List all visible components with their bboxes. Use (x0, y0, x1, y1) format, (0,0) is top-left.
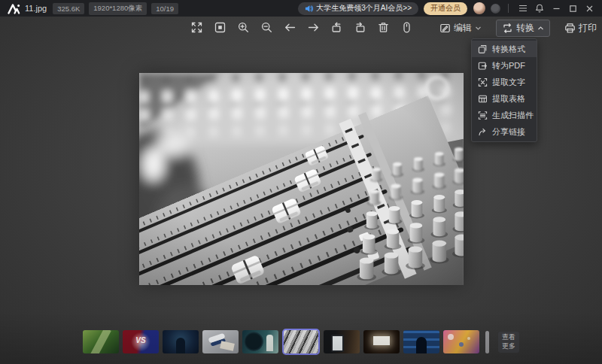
next-image-button[interactable] (306, 20, 321, 35)
rotate-right-button[interactable] (353, 20, 367, 35)
notifications-button[interactable] (531, 0, 548, 17)
view-more-line1: 查看 (502, 333, 515, 341)
titlebar-divider (508, 4, 509, 13)
close-button[interactable] (581, 0, 597, 17)
thumbnail-airplane-tickets[interactable] (202, 330, 239, 353)
bell-icon (535, 4, 544, 13)
convert-icon (502, 23, 513, 34)
delete-button[interactable] (376, 20, 391, 35)
chevron-down-icon (475, 25, 482, 32)
index-badge: 10/19 (151, 3, 178, 14)
dimensions-badge: 1920*1280像素 (89, 2, 147, 15)
upgrade-member-button[interactable]: 开通会员 (424, 2, 467, 15)
view-more-button[interactable]: 查看 更多 (498, 332, 519, 353)
view-more-line2: 更多 (502, 342, 515, 350)
print-label: 打印 (579, 22, 597, 35)
thumbnail-camera-lens-scene[interactable] (242, 330, 278, 353)
menu-item-to-pdf[interactable]: 转为PDF (472, 57, 537, 74)
maximize-button[interactable] (564, 0, 581, 17)
hamburger-icon (518, 5, 528, 12)
menu-item-label: 提取文字 (492, 77, 525, 88)
member-badge-icon[interactable] (491, 4, 500, 14)
main-image[interactable] (139, 73, 464, 285)
generate-scan-icon (478, 111, 488, 120)
menu-item-convert-format[interactable]: 转换格式 (472, 41, 537, 57)
thumbnail-e-reader-desk[interactable] (324, 330, 360, 353)
thumbnail-vs-graphic[interactable]: VS (123, 330, 159, 353)
vs-overlay-text: VS (123, 336, 159, 344)
print-button[interactable]: 打印 (561, 20, 600, 37)
menu-item-label: 转换格式 (492, 44, 525, 55)
image-viewer-window: 11.jpg 325.6K 1920*1280像素 10/19 大学生免费领3个… (0, 0, 602, 364)
menu-item-label: 提取表格 (492, 93, 525, 105)
convert-button[interactable]: 转换 (496, 20, 550, 37)
convert-dropdown-menu: 转换格式 转为PDF 提取文字 提取表格 生成扫描件 (471, 38, 537, 142)
menu-item-share-link[interactable]: 分享链接 (472, 123, 537, 140)
promo-banner[interactable]: 大学生免费领3个月AI会员>> (298, 2, 418, 15)
fit-screen-button[interactable] (213, 20, 227, 35)
viewer-canvas: 编辑 转换 打印 工具箱 (0, 17, 602, 364)
promo-text: 大学生免费领3个月AI会员>> (316, 3, 412, 14)
minimize-button[interactable] (548, 0, 564, 17)
menu-item-label: 生成扫描件 (492, 110, 534, 121)
thumbnail-colorful-abstract[interactable] (443, 330, 479, 353)
thumbnail-cyber-portrait[interactable] (163, 330, 199, 353)
menu-item-label: 转为PDF (492, 60, 525, 71)
previous-image-button[interactable] (283, 20, 297, 35)
menu-item-extract-table[interactable]: 提取表格 (472, 90, 537, 107)
close-icon (585, 5, 594, 13)
edit-label: 编辑 (454, 22, 472, 35)
rotate-left-button[interactable] (330, 20, 344, 35)
menu-item-extract-text[interactable]: 提取文字 (472, 74, 537, 90)
filename-label: 11.jpg (25, 4, 47, 13)
menu-item-label: 分享链接 (492, 126, 525, 138)
extract-table-icon (478, 94, 488, 104)
action-toolbar: 编辑 转换 打印 工具箱 (436, 20, 602, 36)
to-pdf-icon (478, 61, 488, 71)
convert-label: 转换 (516, 22, 534, 35)
app-logo-icon (8, 3, 20, 14)
thumbnail-overflow-bar[interactable] (485, 331, 489, 353)
fullscreen-button[interactable] (190, 20, 204, 35)
share-link-icon (478, 127, 488, 137)
thumbnail-mixing-console-selected[interactable] (282, 329, 320, 355)
extract-text-icon (478, 77, 488, 87)
zoom-in-button[interactable] (236, 20, 251, 35)
main-menu-button[interactable] (515, 0, 531, 17)
speaker-icon (305, 5, 313, 13)
maximize-icon (569, 5, 577, 13)
menu-item-generate-scan[interactable]: 生成扫描件 (472, 107, 537, 123)
view-toolbar (190, 20, 414, 35)
zoom-out-button[interactable] (260, 20, 274, 35)
mouse-settings-button[interactable] (400, 20, 414, 35)
user-avatar[interactable] (473, 2, 485, 14)
convert-format-icon (478, 44, 488, 54)
filesize-badge: 325.6K (53, 3, 84, 14)
edit-button[interactable]: 编辑 (436, 20, 485, 37)
edit-icon (439, 23, 451, 34)
thumbnail-strip: VS 查看 更多 (83, 329, 519, 355)
titlebar: 11.jpg 325.6K 1920*1280像素 10/19 大学生免费领3个… (0, 0, 602, 17)
thumbnail-monitor-wall[interactable] (403, 330, 439, 353)
chevron-up-icon (537, 25, 544, 32)
thumbnail-cinema-screen[interactable] (363, 330, 400, 353)
thumbnail-forest-aerial[interactable] (83, 330, 119, 353)
print-icon (564, 23, 576, 34)
minimize-icon (552, 5, 561, 13)
